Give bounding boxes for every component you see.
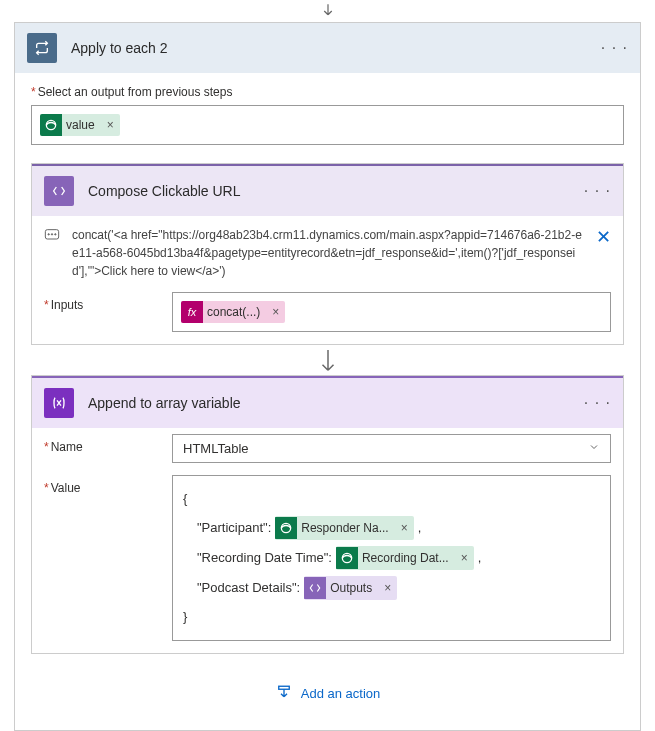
output-from-previous-field[interactable]: value × [31, 105, 624, 145]
output-from-previous-label: Select an output from previous steps [31, 85, 624, 99]
json-row: "Recording Date Time":Recording Dat...× … [183, 544, 600, 572]
json-token-label: Responder Na... [297, 516, 394, 540]
json-row: "Podcast Details":Outputs× [183, 574, 600, 602]
token-value[interactable]: value × [40, 114, 120, 136]
compose-menu[interactable]: · · · [584, 182, 611, 200]
append-name-label: Name [44, 434, 172, 454]
compose-icon [44, 176, 74, 206]
append-name-value: HTMLTable [183, 441, 249, 456]
compose-output-icon [304, 577, 326, 599]
dataverse-icon [336, 547, 358, 569]
apply-to-each-title: Apply to each 2 [71, 40, 601, 56]
compose-inputs-label: Inputs [44, 292, 172, 312]
json-trail: , [418, 515, 422, 541]
dataverse-icon [275, 517, 297, 539]
json-token-label: Outputs [326, 576, 378, 600]
apply-to-each-header[interactable]: Apply to each 2 · · · [15, 23, 640, 73]
svg-point-6 [342, 553, 351, 562]
compose-header[interactable]: Compose Clickable URL · · · [32, 164, 623, 216]
apply-to-each-card: Apply to each 2 · · · Select an output f… [14, 22, 641, 731]
append-name-select[interactable]: HTMLTable [172, 434, 611, 463]
note-icon [44, 226, 64, 245]
fx-icon: fx [181, 301, 203, 323]
json-token[interactable]: Recording Dat...× [336, 546, 474, 570]
flow-arrow-top [317, 0, 339, 22]
apply-to-each-menu[interactable]: · · · [601, 39, 628, 57]
json-key: "Participant": [197, 515, 271, 541]
svg-point-2 [48, 234, 49, 235]
json-token-remove[interactable]: × [395, 516, 414, 540]
append-value-field[interactable]: { "Participant":Responder Na...× ,"Recor… [172, 475, 611, 641]
compose-expression-note: concat('<a href="https://org48ab23b4.crm… [32, 216, 623, 286]
add-action-button[interactable]: Add an action [15, 654, 640, 730]
dataverse-icon [40, 114, 62, 136]
token-concat-remove[interactable]: × [266, 305, 285, 319]
token-value-label: value [62, 118, 101, 132]
json-token-remove[interactable]: × [455, 546, 474, 570]
loop-icon [27, 33, 57, 63]
compose-title: Compose Clickable URL [88, 183, 584, 199]
json-key: "Recording Date Time": [197, 545, 332, 571]
svg-rect-7 [278, 686, 289, 689]
add-action-label: Add an action [301, 686, 381, 701]
json-close-brace: } [183, 604, 600, 630]
variable-icon [44, 388, 74, 418]
append-header[interactable]: Append to array variable · · · [32, 376, 623, 428]
svg-point-4 [55, 234, 56, 235]
token-concat-label: concat(...) [203, 305, 266, 319]
svg-point-3 [51, 234, 52, 235]
json-token[interactable]: Outputs× [304, 576, 397, 600]
json-open-brace: { [183, 486, 600, 512]
svg-point-5 [282, 523, 291, 532]
compose-expression-text: concat('<a href="https://org48ab23b4.crm… [72, 226, 588, 280]
append-title: Append to array variable [88, 395, 584, 411]
json-token-remove[interactable]: × [378, 576, 397, 600]
json-token[interactable]: Responder Na...× [275, 516, 413, 540]
token-concat[interactable]: fx concat(...) × [181, 301, 285, 323]
compose-inputs-field[interactable]: fx concat(...) × [172, 292, 611, 332]
json-row: "Participant":Responder Na...× , [183, 514, 600, 542]
compose-card: Compose Clickable URL · · · concat('<a h… [31, 163, 624, 345]
json-trail: , [478, 545, 482, 571]
token-value-remove[interactable]: × [101, 118, 120, 132]
json-token-label: Recording Dat... [358, 546, 455, 570]
flow-arrow-mid [317, 351, 339, 373]
add-action-icon [275, 684, 293, 702]
append-card: Append to array variable · · · Name HTML… [31, 375, 624, 654]
append-value-label: Value [44, 475, 172, 495]
chevron-down-icon [588, 441, 600, 456]
compose-note-close[interactable]: ✕ [588, 226, 611, 248]
json-key: "Podcast Details": [197, 575, 300, 601]
svg-point-0 [46, 120, 55, 129]
append-menu[interactable]: · · · [584, 394, 611, 412]
